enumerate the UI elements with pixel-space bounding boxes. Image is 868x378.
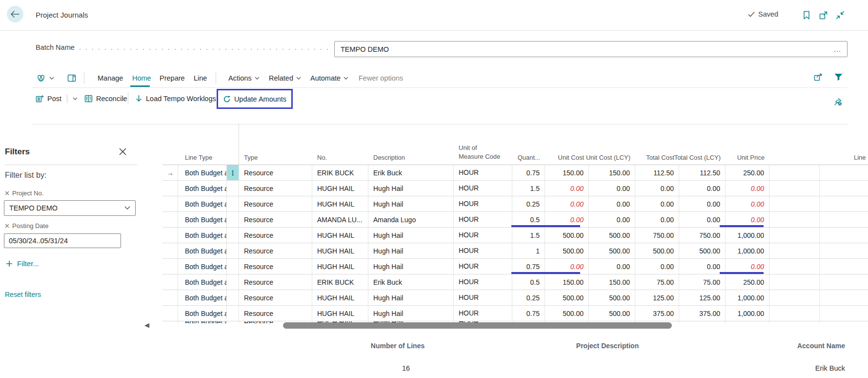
cell-line_type[interactable]: Both Budget a... [178,274,227,290]
row-selector-arrow-icon[interactable] [162,181,178,196]
tab-line[interactable]: Line [194,73,207,84]
cell-line_type[interactable]: Both Budget a... [178,196,227,211]
cell-description[interactable]: Erik Buck [368,165,454,180]
cell-line_type[interactable]: Both Budget a... [178,321,227,323]
cell-unit_cost[interactable]: 0.00 [545,181,589,196]
row-selector-arrow-icon[interactable] [162,290,178,305]
cell-no[interactable]: HUGH HAIL [312,181,368,196]
cell-quantity[interactable]: 0.75 [512,306,545,321]
menu-automate[interactable]: Automate [310,73,348,84]
cell-no[interactable]: HUGH HAIL [312,306,368,321]
cell-total_cost[interactable]: 75.00 [635,274,679,290]
row-menu-ellipsis-icon[interactable] [227,259,239,274]
cell-unit_cost[interactable]: 0.00 [545,196,589,211]
load-tempo-worklogs-button[interactable]: Load Tempo Worklogs [135,93,216,105]
cell-line_cut[interactable] [820,196,868,211]
cell-unit_cost[interactable]: 500.00 [545,290,589,305]
table-row[interactable]: Both Budget a...ResourceHUGH HAILHugh Ha… [162,306,868,321]
back-button[interactable] [7,6,23,22]
row-selector-arrow-icon[interactable] [162,321,178,323]
cell-unit_cost[interactable]: 150.00 [545,274,589,290]
table-row[interactable]: →Both Budget a...⋮ResourceERIK BUCKErik … [162,165,868,181]
row-selector-arrow-icon[interactable] [162,274,178,290]
cell-quantity[interactable]: 0.75 [512,165,545,180]
row-menu-ellipsis-icon[interactable] [227,306,239,321]
column-header-uom_code[interactable]: Unit of Measure Code [454,144,512,165]
cell-description[interactable]: Hugh Hail [368,228,454,243]
cell-quantity[interactable]: 0.25 [512,290,545,305]
chevron-down-icon[interactable] [73,97,78,100]
cell-description[interactable]: Hugh Hail [368,243,454,258]
filter-field-project-no[interactable]: Project No. [5,189,43,197]
cell-uom_code[interactable]: HOUR [454,165,512,180]
cell-unit_cost_lcy[interactable]: 0.00 [589,196,635,211]
cell-line_type[interactable]: Both Budget a... [178,290,227,305]
cell-line_type[interactable]: Both Budget a... [178,259,227,274]
copilot-menu-button[interactable] [36,73,54,84]
cell-spacer[interactable] [769,321,820,323]
menu-related[interactable]: Related [269,73,301,84]
cell-uom_code[interactable]: HOUR [454,181,512,196]
cell-unit_price[interactable]: 1,000.00 [726,306,769,321]
row-menu-ellipsis-icon[interactable]: ⋮ [227,165,239,180]
row-menu-ellipsis-icon[interactable] [227,274,239,290]
column-header-description[interactable]: Description [368,154,454,165]
cell-uom_code[interactable]: HOUR [454,212,512,227]
column-header-line_type[interactable]: Line Type [178,154,227,165]
cell-type[interactable]: Resource [239,274,312,290]
column-header-quantity[interactable]: Quant... [512,154,545,165]
cell-unit_price[interactable] [726,321,769,323]
column-header-indicator[interactable] [162,161,178,165]
column-header-unit_cost[interactable]: Unit Cost [545,154,589,165]
row-menu-ellipsis-icon[interactable] [227,196,239,211]
cell-unit_cost_lcy[interactable]: 500.00 [589,306,635,321]
cell-line_cut[interactable] [820,228,868,243]
cell-description[interactable]: Amanda Lugo [368,212,454,227]
table-row[interactable]: Both Budget a...ResourceERIK BUCKErik Bu… [162,274,868,290]
cell-uom_code[interactable]: HOUR [454,259,512,274]
cell-line_cut[interactable] [820,290,868,305]
cell-total_cost[interactable]: 112.50 [635,165,679,180]
cell-no[interactable]: ERIK BUCK [312,165,368,180]
cell-total_cost_lcy[interactable]: 0.00 [679,181,726,196]
post-button[interactable]: Post [36,93,78,105]
cell-unit_cost_lcy[interactable]: 500.00 [589,228,635,243]
cell-spacer[interactable] [769,259,820,274]
close-filters-icon[interactable] [117,146,128,157]
cell-uom_code[interactable]: HOUR [454,228,512,243]
column-header-spacer[interactable] [769,161,820,165]
cell-type[interactable]: Resource [239,228,312,243]
assist-edit-button[interactable]: ... [834,45,841,53]
cell-line_cut[interactable] [820,274,868,290]
cell-no[interactable]: HUGH HAIL [312,228,368,243]
fewer-options-button[interactable]: Fewer options [359,73,403,84]
cell-quantity[interactable]: 1 [512,243,545,258]
cell-line_type[interactable]: Both Budget a... [178,306,227,321]
cell-unit_cost[interactable]: 500.00 [545,228,589,243]
cell-no[interactable]: HUGH HAIL [312,196,368,211]
cell-unit_price[interactable]: 250.00 [726,274,769,290]
unpin-icon[interactable] [832,96,844,107]
cell-total_cost_lcy[interactable]: 375.00 [679,306,726,321]
cell-type[interactable]: Resource [239,259,312,274]
board-view-button[interactable] [67,73,76,84]
cell-description[interactable]: Hugh Hail [368,306,454,321]
cell-uom_code[interactable]: HOUR [454,243,512,258]
cell-description[interactable]: Hugh Hail [368,196,454,211]
cell-spacer[interactable] [769,165,820,180]
cell-description[interactable]: Hugh Hail [368,181,454,196]
cell-spacer[interactable] [769,181,820,196]
cell-description[interactable]: Erik Buck [368,274,454,290]
cell-line_cut[interactable] [820,181,868,196]
cell-uom_code[interactable]: HOUR [454,306,512,321]
cell-uom_code[interactable]: HOUR [454,196,512,211]
cell-total_cost_lcy[interactable]: 0.00 [679,212,726,227]
table-row[interactable]: Both Budget a...ResourceHUGH HAILHugh Ha… [162,181,868,196]
table-row[interactable]: Both Budget a...ResourceHUGH HAILHugh Ha… [162,259,868,274]
cell-total_cost_lcy[interactable]: 750.00 [679,228,726,243]
table-row[interactable]: Both Budget a...ResourceHUGH HAILHugh Ha… [162,243,868,259]
filter-field-posting-date[interactable]: Posting Date [5,222,48,230]
cell-total_cost[interactable]: 750.00 [635,228,679,243]
row-menu-ellipsis-icon[interactable] [227,321,239,323]
table-row[interactable]: Both Budget a...ResourceHUGH HAILHugh Ha… [162,196,868,212]
